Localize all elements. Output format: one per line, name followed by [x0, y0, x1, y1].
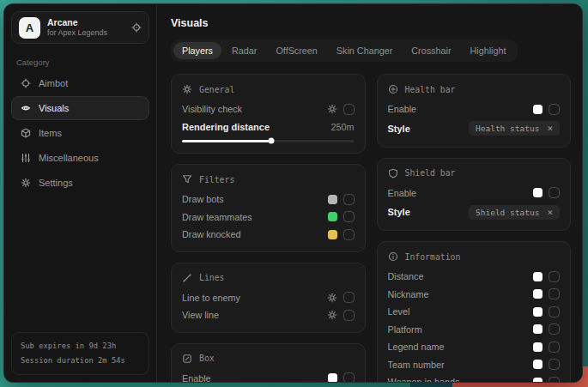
remove-icon[interactable]: ×	[547, 208, 553, 217]
draw-knocked-color-swatch[interactable]	[328, 230, 337, 239]
chip-value: Shield status	[476, 208, 539, 217]
row-draw-bots: Draw bots	[182, 190, 355, 209]
row-label: View line	[182, 310, 219, 320]
draw-bots-color-swatch[interactable]	[328, 195, 337, 204]
tab-offscreen[interactable]: OffScreen	[267, 42, 325, 59]
gear-icon[interactable]	[327, 104, 337, 114]
legend-name-checkbox[interactable]	[549, 342, 560, 353]
sidebar-item-items[interactable]: Items	[11, 121, 149, 145]
sidebar-item-visuals[interactable]: Visuals	[11, 96, 149, 120]
page-title: Visuals	[171, 17, 571, 29]
sidebar-item-aimbot[interactable]: Aimbot	[11, 71, 149, 95]
remove-icon[interactable]: ×	[547, 124, 553, 133]
row-label: Team number	[388, 360, 445, 370]
cube-icon	[21, 128, 31, 138]
row-label: Draw teammates	[182, 212, 252, 222]
tab-skin-changer[interactable]: Skin Changer	[328, 42, 401, 59]
sub-expires-text: Sub expires in 9d 23h	[21, 339, 140, 354]
gear-icon[interactable]	[327, 310, 337, 320]
draw-teammates-checkbox[interactable]	[343, 211, 355, 222]
row-platform: Platform	[388, 321, 561, 339]
gear-icon[interactable]	[327, 293, 337, 303]
tab-highlight[interactable]: Highlight	[461, 42, 514, 59]
row-label: Weapon in hands	[388, 377, 460, 382]
rendering-distance-slider[interactable]	[182, 140, 355, 143]
slider-fill	[182, 140, 271, 143]
app-logo: A	[19, 17, 40, 39]
card-general: GeneralVisibility checkRendering distanc…	[171, 74, 366, 154]
cards-area: GeneralVisibility checkRendering distanc…	[171, 74, 571, 382]
draw-teammates-color-swatch[interactable]	[328, 212, 337, 221]
app-titles: Arcane for Apex Legends	[47, 17, 124, 37]
distance-color-swatch[interactable]	[533, 272, 543, 281]
chip-value: Health status	[476, 124, 539, 133]
weapon-in-hands-color-swatch[interactable]	[533, 378, 543, 382]
main-panel: Visuals PlayersRadarOffScreenSkin Change…	[157, 4, 582, 382]
row-label: Legend name	[388, 342, 445, 352]
app-name: Arcane	[47, 17, 124, 28]
row-draw-teammates: Draw teammates	[182, 209, 355, 227]
card-title: General	[199, 85, 234, 94]
row-controls	[327, 292, 355, 303]
platform-color-swatch[interactable]	[533, 324, 543, 334]
level-color-swatch[interactable]	[533, 307, 543, 317]
row-enable: Enable	[388, 184, 561, 203]
tab-players[interactable]: Players	[173, 42, 221, 59]
health-status-select-chip[interactable]: Health status×	[469, 121, 560, 136]
tab-radar[interactable]: Radar	[223, 42, 265, 59]
line-to-enemy-checkbox[interactable]	[343, 292, 355, 303]
nickname-color-swatch[interactable]	[533, 289, 543, 299]
row-label: Level	[388, 306, 410, 317]
enable-checkbox[interactable]	[549, 187, 560, 198]
draw-bots-checkbox[interactable]	[343, 194, 355, 205]
slider-thumb[interactable]	[269, 138, 275, 144]
row-team-number: Team number	[388, 356, 561, 374]
card-box: BoxEnableEnable background	[171, 343, 366, 383]
enable-color-swatch[interactable]	[533, 188, 543, 197]
row-style: StyleShield status×	[388, 202, 561, 222]
nickname-checkbox[interactable]	[549, 288, 560, 299]
level-checkbox[interactable]	[549, 306, 560, 317]
enable-color-swatch[interactable]	[328, 373, 337, 382]
legend-name-color-swatch[interactable]	[533, 342, 543, 352]
row-controls	[328, 194, 355, 205]
row-controls	[533, 359, 560, 370]
card-header: Information	[388, 251, 561, 262]
row-label: Platform	[388, 324, 422, 335]
row-label: Style	[388, 124, 410, 134]
row-label: Line to enemy	[182, 293, 240, 303]
card-information: InformationDistanceNicknameLevelPlatform…	[377, 241, 572, 382]
card-title: Shield bar	[405, 168, 456, 178]
shield-status-select-chip[interactable]: Shield status×	[469, 205, 560, 220]
sidebar-item-miscellaneous[interactable]: Miscellaneous	[11, 146, 149, 170]
sidebar-item-settings[interactable]: Settings	[11, 171, 149, 195]
category-label: Category	[16, 57, 144, 67]
row-controls	[328, 372, 355, 382]
crosshair-icon	[21, 78, 31, 88]
card-title: Filters	[199, 175, 234, 184]
enable-checkbox[interactable]	[549, 104, 560, 115]
draw-knocked-checkbox[interactable]	[343, 229, 355, 240]
visibility-check-checkbox[interactable]	[343, 104, 355, 115]
row-visibility-check: Visibility check	[182, 100, 355, 118]
tab-crosshair[interactable]: Crosshair	[403, 42, 459, 59]
distance-checkbox[interactable]	[549, 271, 560, 282]
enable-checkbox[interactable]	[343, 372, 355, 382]
row-controls	[328, 211, 355, 222]
row-controls	[533, 187, 560, 198]
row-legend-name: Legend name	[388, 338, 561, 356]
view-line-checkbox[interactable]	[343, 310, 355, 321]
weapon-in-hands-checkbox[interactable]	[549, 377, 560, 382]
card-lines: LinesLine to enemyView line	[171, 263, 366, 333]
row-controls	[327, 310, 355, 321]
row-label: Enable	[388, 188, 417, 198]
team-number-checkbox[interactable]	[549, 359, 560, 370]
cards-column-left: GeneralVisibility checkRendering distanc…	[171, 74, 366, 382]
team-number-color-swatch[interactable]	[533, 360, 543, 369]
sidebar-item-label: Miscellaneous	[39, 153, 99, 163]
platform-checkbox[interactable]	[549, 324, 560, 335]
row-controls	[327, 104, 355, 115]
sidebar-nav: AimbotVisualsItemsMiscellaneousSettings	[4, 71, 156, 195]
enable-color-swatch[interactable]	[533, 105, 543, 114]
target-icon[interactable]	[131, 22, 142, 33]
